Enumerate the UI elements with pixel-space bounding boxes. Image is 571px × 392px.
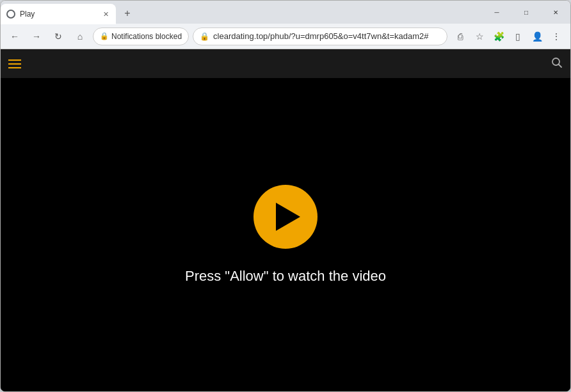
toolbar-right: ⎙ ☆ 🧩 ▯ 👤 ⋮ [451,27,565,45]
extensions-button[interactable]: 🧩 [490,27,508,45]
hamburger-line-2 [8,63,21,65]
play-triangle-icon [276,203,300,231]
tab-favicon [6,9,16,19]
lock-icon: 🔒 [200,32,209,41]
back-button[interactable]: ← [6,27,24,45]
lock-small-icon: 🔒 [100,32,109,40]
video-player-area: Press "Allow" to watch the video [1,78,570,391]
share-button[interactable]: ⎙ [451,27,469,45]
close-button[interactable]: ✕ [541,1,570,24]
restore-button[interactable]: □ [511,1,541,24]
window-controls: ─ □ ✕ [482,1,570,24]
svg-line-1 [559,64,562,67]
tab-title: Play [20,10,97,19]
url-bar[interactable]: 🔒 cleardating.top/phub/?u=dmrp605&o=v4tt… [193,27,447,45]
sidebar-button[interactable]: ▯ [509,27,527,45]
url-text: cleardating.top/phub/?u=dmrp605&o=v4tt7w… [213,31,440,41]
chrome-menu-button[interactable]: ⋮ [547,27,565,45]
page-content: Press "Allow" to watch the video [1,49,570,391]
new-tab-button[interactable]: + [118,4,136,22]
site-search-icon[interactable] [551,57,563,71]
favicon-circle [6,10,15,19]
minimize-button[interactable]: ─ [482,1,511,24]
hamburger-line-1 [8,59,21,61]
tab-close-button[interactable]: ✕ [101,9,111,19]
notifications-blocked-indicator[interactable]: 🔒 Notifications blocked [93,27,189,45]
title-bar: Play ✕ + ─ □ ✕ [1,1,570,24]
hamburger-menu[interactable] [8,59,21,68]
play-button[interactable] [253,185,318,249]
forward-button[interactable]: → [28,27,45,45]
hamburger-line-3 [8,67,21,68]
active-tab[interactable]: Play ✕ [1,4,116,24]
home-button[interactable]: ⌂ [71,27,89,45]
notifications-blocked-label: Notifications blocked [111,32,182,41]
site-topbar [1,49,570,78]
address-bar: ← → ↻ ⌂ 🔒 Notifications blocked 🔒 cleard… [1,24,570,49]
bookmark-button[interactable]: ☆ [470,27,488,45]
profile-button[interactable]: 👤 [528,27,546,45]
chrome-window: Play ✕ + ─ □ ✕ ← → ↻ [0,0,571,392]
reload-button[interactable]: ↻ [49,27,67,45]
video-message: Press "Allow" to watch the video [185,268,386,285]
